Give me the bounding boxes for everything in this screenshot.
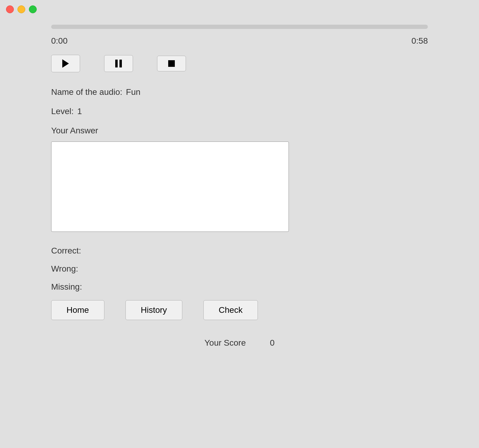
minimize-button[interactable] [17, 5, 25, 13]
wrong-row: Wrong: [51, 264, 428, 274]
stop-icon [168, 60, 175, 67]
play-icon [62, 59, 69, 68]
progress-bar-container[interactable] [51, 25, 428, 29]
history-button[interactable]: History [125, 300, 182, 320]
time-row: 0:00 0:58 [51, 36, 428, 46]
score-row: Your Score 0 [51, 338, 428, 348]
your-answer-label: Your Answer [51, 126, 428, 135]
play-button[interactable] [51, 55, 80, 72]
level-row: Level: 1 [51, 107, 428, 116]
audio-name-label: Name of the audio: [51, 87, 122, 97]
stop-button[interactable] [157, 56, 186, 71]
controls-row [51, 55, 428, 72]
level-value: 1 [77, 107, 82, 116]
time-start: 0:00 [51, 36, 68, 46]
pause-bar-right [119, 60, 122, 67]
level-label: Level: [51, 107, 74, 116]
score-label: Your Score [204, 338, 246, 348]
missing-label: Missing: [51, 282, 82, 291]
pause-icon [115, 60, 122, 67]
pause-button[interactable] [104, 55, 133, 72]
missing-row: Missing: [51, 282, 428, 292]
maximize-button[interactable] [29, 5, 37, 13]
check-button[interactable]: Check [203, 300, 258, 320]
audio-name-value: Fun [126, 87, 141, 97]
time-end: 0:58 [412, 36, 428, 46]
wrong-label: Wrong: [51, 264, 78, 273]
home-button[interactable]: Home [51, 300, 104, 320]
pause-bar-left [115, 60, 118, 67]
close-button[interactable] [6, 5, 14, 13]
score-value: 0 [270, 338, 275, 348]
audio-name-row: Name of the audio: Fun [51, 87, 428, 97]
main-content: 0:00 0:58 Name of the audio: Fun Level: … [0, 19, 479, 348]
correct-label: Correct: [51, 246, 81, 255]
answer-textarea[interactable] [51, 142, 289, 232]
correct-row: Correct: [51, 246, 428, 256]
title-bar [0, 0, 479, 19]
action-buttons-row: Home History Check [51, 300, 428, 320]
